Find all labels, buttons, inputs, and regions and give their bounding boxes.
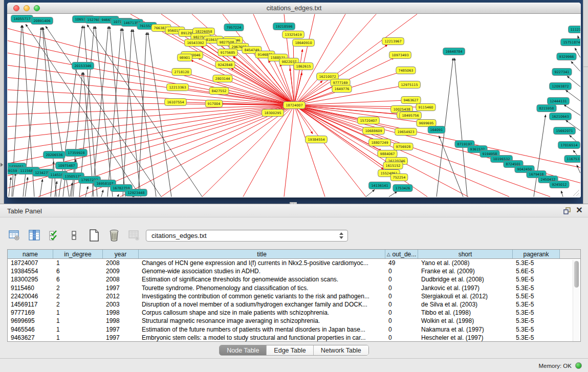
table-cell-year: 2008 bbox=[103, 276, 139, 283]
column-header-out_de[interactable]: △out_de... bbox=[385, 250, 418, 258]
graph-node[interactable]: 10975487 bbox=[56, 162, 78, 169]
graph-node[interactable]: 12444131 bbox=[548, 98, 570, 105]
graph-node[interactable]: 18495756 bbox=[400, 112, 422, 119]
graph-node[interactable]: 1753426 bbox=[393, 185, 412, 192]
column-header-title[interactable]: title bbox=[139, 250, 385, 258]
network-canvas-container[interactable]: 1405571720891406106532871527602946616110… bbox=[8, 14, 580, 197]
vertical-scrollbar[interactable] bbox=[573, 260, 579, 341]
table-row[interactable]: 946554611997Estimation of the future num… bbox=[8, 325, 580, 334]
graph-node[interactable]: 9699695 bbox=[417, 120, 436, 127]
graph-node[interactable]: 14136141 bbox=[369, 182, 391, 189]
float-panel-icon[interactable] bbox=[563, 207, 571, 215]
table-row[interactable]: 911546021997Tourette syndrome. Phenomeno… bbox=[8, 284, 580, 292]
citation-edge-red bbox=[8, 102, 294, 105]
graph-node[interactable]: 15720407 bbox=[358, 117, 380, 124]
select-rows-icon[interactable] bbox=[47, 228, 61, 243]
table-row[interactable]: 977716911998Corpus callosum shape and si… bbox=[8, 309, 580, 317]
graph-node[interactable]: 98901 bbox=[178, 54, 192, 61]
graph-node[interactable]: 12213967 bbox=[382, 38, 404, 45]
table-row[interactable]: 1456911722003Disruption of a novel membe… bbox=[8, 300, 580, 309]
table-row[interactable]: 969969511998Structural magnetic resonanc… bbox=[8, 317, 580, 325]
graph-node[interactable]: 18724007 bbox=[284, 102, 306, 109]
graph-node[interactable]: 19218596 bbox=[273, 23, 295, 30]
column-header-name[interactable]: name bbox=[8, 250, 53, 258]
graph-node[interactable]: 12923448 bbox=[125, 189, 147, 196]
graph-node[interactable]: 20206536 bbox=[43, 151, 66, 159]
tab-edge-table[interactable]: Edge Table bbox=[267, 345, 313, 355]
graph-node[interactable]: 8427552 bbox=[209, 87, 229, 95]
graph-node[interactable]: 9175685 bbox=[218, 49, 237, 56]
network-canvas[interactable]: 1405571720891406106532871527602946616110… bbox=[8, 14, 580, 197]
graph-node[interactable]: 12975115 bbox=[399, 81, 421, 89]
network-table-select[interactable]: citations_edges.txt bbox=[146, 230, 348, 242]
graph-node[interactable]: 20891406 bbox=[31, 17, 53, 25]
column-layout-icon[interactable] bbox=[27, 228, 41, 243]
graph-node[interactable]: 9884067 bbox=[378, 150, 397, 158]
network-view-window[interactable]: citations_edges.txt 14055717208914061065… bbox=[7, 3, 581, 198]
table-settings-icon[interactable] bbox=[7, 228, 21, 243]
panel-collapse-arrow-icon[interactable] bbox=[1, 163, 3, 167]
graph-node[interactable]: 19384554 bbox=[306, 136, 328, 143]
graph-node[interactable]: 2803144 bbox=[213, 75, 232, 82]
graph-node[interactable]: 20153346 bbox=[72, 62, 94, 70]
graph-node[interactable]: 19654923 bbox=[395, 128, 417, 136]
graph-node[interactable]: 9242848 bbox=[215, 61, 235, 69]
tab-network-table[interactable]: Network Table bbox=[314, 345, 368, 355]
column-header-in_degree[interactable]: in_degree bbox=[53, 250, 103, 258]
column-header-pagerank[interactable]: pagerank bbox=[513, 250, 560, 258]
table-row[interactable]: 946362711997Embryonic stem cells: a mode… bbox=[8, 334, 580, 342]
graph-node[interactable]: 12093872 bbox=[550, 83, 572, 90]
graph-node[interactable]: 2718120 bbox=[172, 69, 191, 76]
scrollbar-thumb[interactable] bbox=[574, 261, 579, 288]
table-row[interactable]: 2242004622012Investigating the contribut… bbox=[8, 292, 580, 300]
graph-node[interactable]: 917004 bbox=[205, 100, 223, 107]
new-document-icon[interactable] bbox=[87, 228, 101, 243]
graph-node[interactable]: 1615152 bbox=[383, 162, 403, 169]
column-header-short[interactable]: short bbox=[418, 250, 513, 258]
graph-node[interactable]: 18300295 bbox=[262, 110, 284, 117]
graph-node[interactable]: 10688609 bbox=[363, 127, 385, 135]
graph-node[interactable]: 10973493 bbox=[389, 52, 411, 59]
graph-node[interactable]: 1862615 bbox=[294, 63, 313, 70]
table-row[interactable]: 1938455462009Genome-wide association stu… bbox=[8, 267, 580, 275]
graph-node[interactable]: 11121 bbox=[569, 26, 581, 33]
graph-node[interactable]: 9329966 bbox=[557, 53, 576, 60]
graph-node[interactable]: 9227341 bbox=[552, 69, 572, 76]
graph-node[interactable]: 9115460 bbox=[416, 104, 435, 111]
graph-node[interactable]: 18807249 bbox=[369, 139, 391, 146]
graph-node[interactable]: 16648784 bbox=[443, 48, 465, 55]
graph-node[interactable]: 16107554 bbox=[165, 99, 187, 106]
graph-node[interactable]: 15751874 bbox=[561, 39, 580, 46]
graph-node[interactable]: 14055717 bbox=[11, 15, 33, 23]
graph-node[interactable]: 1167533 bbox=[564, 156, 580, 163]
graph-node[interactable]: 13325419 bbox=[282, 31, 304, 38]
graph-node[interactable]: 9463627 bbox=[401, 97, 421, 104]
graph-node[interactable]: 9245012 bbox=[550, 181, 569, 188]
graph-node[interactable]: 17016514 bbox=[558, 142, 580, 149]
graph-node[interactable]: 18640910 bbox=[293, 39, 315, 47]
graph-node[interactable]: 12213363 bbox=[167, 84, 189, 91]
row-height-icon[interactable] bbox=[67, 228, 81, 243]
delete-table-icon[interactable] bbox=[127, 228, 141, 243]
graph-node[interactable]: 7485063 bbox=[396, 67, 416, 74]
graph-node[interactable]: 1649776 bbox=[332, 85, 352, 93]
column-header-year[interactable]: year bbox=[103, 250, 139, 258]
close-panel-icon[interactable]: ✕ bbox=[575, 206, 583, 215]
graph-node[interactable]: 164091 bbox=[428, 126, 445, 134]
tab-node-table[interactable]: Node Table bbox=[220, 345, 267, 355]
graph-node[interactable]: 9756928 bbox=[394, 143, 413, 150]
window-titlebar[interactable]: citations_edges.txt bbox=[7, 3, 581, 14]
graph-node[interactable]: 752254 bbox=[390, 174, 408, 181]
table-row[interactable]: 1872400712008Changes of HCN gene express… bbox=[8, 259, 580, 267]
graph-node[interactable]: 15692071 bbox=[554, 127, 576, 135]
graph-node[interactable]: 16210643 bbox=[550, 113, 572, 120]
graph-node[interactable]: 16543392 bbox=[185, 39, 207, 47]
graph-node[interactable]: 7957224 bbox=[224, 24, 244, 31]
delete-rows-trash-icon[interactable] bbox=[107, 228, 121, 243]
graph-node[interactable]: 17359928 bbox=[66, 149, 88, 157]
graph-node-label: 18640910 bbox=[295, 41, 312, 45]
graph-node[interactable]: 8215958 bbox=[537, 105, 556, 112]
table-row[interactable]: 1830029562008Estimation of significance … bbox=[8, 275, 580, 283]
graph-node-label: 9463627 bbox=[404, 98, 419, 102]
citation-edge-red bbox=[294, 105, 550, 197]
